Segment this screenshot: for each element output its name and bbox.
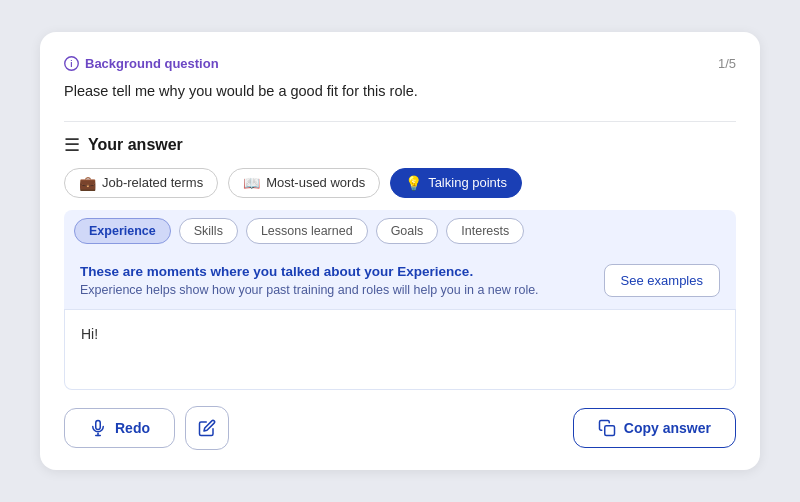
info-circle-icon: i <box>64 56 79 71</box>
copy-icon <box>598 419 616 437</box>
info-desc: Experience helps show how your past trai… <box>80 283 588 297</box>
answer-text: Hi! <box>81 326 98 342</box>
subtab-skills[interactable]: Skills <box>179 218 238 244</box>
your-answer-header: ☰ Your answer <box>64 136 736 154</box>
info-title: These are moments where you talked about… <box>80 264 588 279</box>
copy-answer-button[interactable]: Copy answer <box>573 408 736 448</box>
svg-rect-2 <box>96 420 101 429</box>
subtabs-row: Experience Skills Lessons learned Goals … <box>64 210 736 252</box>
tab-most-used[interactable]: 📖 Most-used words <box>228 168 380 198</box>
book-icon: 📖 <box>243 175 260 191</box>
subtab-lessons-learned[interactable]: Lessons learned <box>246 218 368 244</box>
menu-icon: ☰ <box>64 136 80 154</box>
answer-area: Hi! <box>64 310 736 390</box>
svg-text:i: i <box>70 60 72 69</box>
left-actions: Redo <box>64 406 229 450</box>
subtab-goals[interactable]: Goals <box>376 218 439 244</box>
subtab-interests[interactable]: Interests <box>446 218 524 244</box>
progress-indicator: 1/5 <box>718 56 736 71</box>
main-tabs-row: 💼 Job-related terms 📖 Most-used words 💡 … <box>64 168 736 198</box>
main-card: i Background question 1/5 Please tell me… <box>40 32 760 470</box>
info-banner-text: These are moments where you talked about… <box>80 264 588 297</box>
background-question-label: i Background question <box>64 56 219 71</box>
pencil-icon <box>198 419 216 437</box>
tab-talking-points[interactable]: 💡 Talking points <box>390 168 522 198</box>
footer-actions: Redo Copy answer <box>64 406 736 450</box>
your-answer-title: Your answer <box>88 136 183 154</box>
see-examples-button[interactable]: See examples <box>604 264 720 297</box>
edit-button[interactable] <box>185 406 229 450</box>
tab-job-related[interactable]: 💼 Job-related terms <box>64 168 218 198</box>
bulb-icon: 💡 <box>405 175 422 191</box>
redo-button[interactable]: Redo <box>64 408 175 448</box>
card-header: i Background question 1/5 <box>64 56 736 71</box>
microphone-icon <box>89 419 107 437</box>
divider <box>64 121 736 122</box>
subtab-experience[interactable]: Experience <box>74 218 171 244</box>
svg-rect-5 <box>605 426 615 436</box>
briefcase-icon: 💼 <box>79 175 96 191</box>
info-banner: These are moments where you talked about… <box>64 252 736 310</box>
question-text: Please tell me why you would be a good f… <box>64 81 736 103</box>
